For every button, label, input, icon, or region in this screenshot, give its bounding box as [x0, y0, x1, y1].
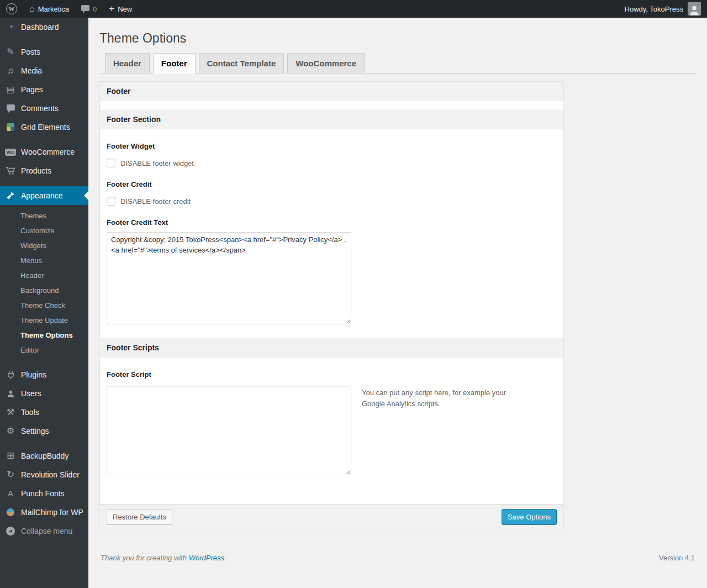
admin-bar: Marketica 0 New Howdy, TokoPress: [0, 0, 707, 18]
sidebar-item-backupbuddy[interactable]: BackupBuddy: [0, 447, 88, 465]
sidebar-item-label: Posts: [21, 47, 40, 57]
media-icon: [5, 66, 16, 76]
tab-bar: Header Footer Contact Template WooCommer…: [99, 53, 696, 74]
sidebar-item-label: Products: [21, 166, 51, 176]
sidebar-item-woocommerce[interactable]: WooCommerce: [0, 143, 88, 161]
admin-bar-right: Howdy, TokoPress: [619, 0, 707, 18]
tab-footer[interactable]: Footer: [153, 53, 196, 74]
footer-section-title: Footer Section: [100, 110, 563, 129]
sidebar-item-products[interactable]: Products: [0, 161, 88, 180]
sidebar-item-media[interactable]: Media: [0, 61, 88, 80]
comments-link[interactable]: 0: [75, 0, 103, 18]
footer-credit-checkbox[interactable]: [107, 197, 115, 206]
sidebar-item-appearance[interactable]: Appearance: [0, 186, 88, 205]
footer-credit-checkbox-label: DISABLE footer credit: [120, 197, 191, 206]
submenu-item-menus[interactable]: Menus: [0, 253, 88, 268]
tab-contact-template[interactable]: Contact Template: [199, 53, 284, 73]
grid-icon: [5, 123, 16, 131]
tab-woocommerce[interactable]: WooCommerce: [287, 53, 365, 73]
sidebar-item-label: WooCommerce: [21, 147, 75, 157]
footer-script-label: Footer Script: [107, 370, 557, 379]
sidebar-item-dashboard[interactable]: Dashboard: [0, 18, 88, 36]
sidebar-item-posts[interactable]: Posts: [0, 43, 88, 61]
appearance-submenu: Themes Customize Widgets Menus Header Ba…: [0, 205, 88, 365]
sidebar-item-grid-elements[interactable]: Grid Elements: [0, 118, 88, 136]
save-options-button[interactable]: Save Options: [502, 509, 557, 524]
submenu-item-editor[interactable]: Editor: [0, 343, 88, 358]
sidebar-item-label: Plugins: [21, 370, 46, 380]
wordpress-link[interactable]: WordPress: [189, 554, 224, 562]
submenu-item-theme-check[interactable]: Theme Check: [0, 298, 88, 313]
sidebar-item-plugins[interactable]: Plugins: [0, 365, 88, 384]
theme-options-panel: Footer Footer Section Footer Widget DISA…: [99, 81, 564, 529]
sidebar-item-label: MailChimp for WP: [21, 507, 83, 517]
sidebar-item-settings[interactable]: Settings: [0, 422, 88, 440]
footer-script-description: You can put any script here, for example…: [362, 387, 527, 410]
menu-separator: [0, 136, 88, 143]
footer-credit-checkbox-row[interactable]: DISABLE footer credit: [107, 197, 557, 206]
mailchimp-monkey-icon: [5, 508, 16, 516]
panel-title: Footer: [100, 82, 563, 101]
menu-separator: [0, 180, 88, 186]
avatar: [688, 2, 701, 15]
sidebar-item-label: Dashboard: [21, 22, 59, 32]
submenu-item-background[interactable]: Background: [0, 283, 88, 298]
footer-widget-checkbox-label: DISABLE footer widget: [120, 159, 194, 167]
sidebar-item-label: Comments: [21, 103, 59, 113]
submenu-item-themes[interactable]: Themes: [0, 208, 88, 223]
refresh-arrows-icon: [5, 470, 16, 480]
footer-widget-checkbox[interactable]: [107, 159, 115, 167]
person-icon: [5, 390, 16, 398]
account-menu[interactable]: Howdy, TokoPress: [619, 0, 707, 18]
sidebar-item-label: Grid Elements: [21, 122, 70, 132]
comment-bubble-icon: [5, 106, 16, 111]
panel-spacer: [100, 101, 563, 110]
pages-icon: [5, 85, 16, 95]
tab-header[interactable]: Header: [105, 53, 150, 73]
sidebar-item-punch-fonts[interactable]: Punch Fonts: [0, 484, 88, 503]
wp-logo-button[interactable]: [0, 0, 23, 18]
admin-bar-left: Marketica 0 New: [0, 0, 138, 18]
tools-icon: [5, 407, 16, 417]
woo-badge-icon: [5, 149, 16, 156]
sidebar-item-label: Punch Fonts: [21, 489, 65, 498]
letter-a-icon: [5, 489, 16, 498]
site-link[interactable]: Marketica: [23, 0, 75, 18]
wordpress-logo-icon: [6, 3, 17, 14]
submenu-item-widgets[interactable]: Widgets: [0, 238, 88, 253]
comment-bubble-icon: [81, 5, 89, 11]
submenu-item-customize[interactable]: Customize: [0, 223, 88, 238]
footer-credit-text-label: Footer Credit Text: [107, 218, 557, 227]
settings-icon: [5, 426, 16, 436]
dashboard-icon: [5, 22, 16, 32]
sidebar-item-pages[interactable]: Pages: [0, 80, 88, 99]
thanks-suffix: .: [224, 554, 226, 562]
person-silhouette-icon: [689, 4, 700, 15]
collapse-arrow-icon: [5, 527, 16, 536]
sidebar-item-tools[interactable]: Tools: [0, 403, 88, 422]
footer-section-body: Footer Widget DISABLE footer widget Foot…: [100, 142, 563, 324]
footer-script-textarea[interactable]: [107, 386, 351, 475]
home-icon: [29, 4, 35, 13]
howdy-text: Howdy, TokoPress: [625, 5, 683, 13]
collapse-menu-button[interactable]: Collapse menu: [0, 522, 88, 540]
sidebar-item-comments[interactable]: Comments: [0, 99, 88, 118]
sidebar-item-label: Media: [21, 66, 42, 76]
footer-widget-checkbox-row[interactable]: DISABLE footer widget: [107, 159, 557, 167]
sidebar-item-mailchimp[interactable]: MailChimp for WP: [0, 503, 88, 522]
menu-separator: [0, 440, 88, 447]
main-content: Theme Options Header Footer Contact Temp…: [88, 0, 707, 588]
sidebar-item-users[interactable]: Users: [0, 384, 88, 403]
footer-credit-text-textarea[interactable]: Copyright &copy; 2015 TokoPress<span><a …: [107, 232, 351, 324]
footer-credit-label: Footer Credit: [107, 180, 557, 188]
footer-scripts-section-title: Footer Scripts: [100, 338, 563, 358]
submenu-item-header[interactable]: Header: [0, 268, 88, 283]
version-text: Version 4.1: [659, 554, 695, 562]
sidebar-item-label: Revolution Slider: [21, 470, 80, 480]
submenu-item-theme-update[interactable]: Theme Update: [0, 313, 88, 328]
sidebar-item-revolution-slider[interactable]: Revolution Slider: [0, 465, 88, 484]
submenu-item-theme-options[interactable]: Theme Options: [0, 328, 88, 343]
restore-defaults-button[interactable]: Restore Defaults: [107, 509, 172, 524]
pin-icon: [5, 47, 16, 57]
new-content-menu[interactable]: New: [103, 0, 138, 18]
